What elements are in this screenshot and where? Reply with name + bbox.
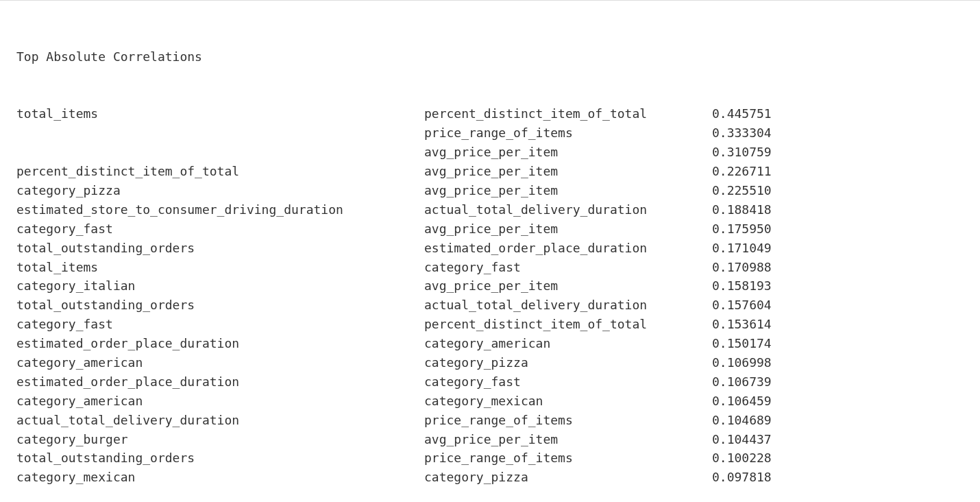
table-row: estimated_order_place_durationcategory_a… [16,334,964,353]
correlation-value: 0.097818 [712,468,772,487]
feature-1 [16,123,424,143]
feature-1: total_outstanding_orders [16,296,424,315]
table-row: total_itemspercent_distinct_item_of_tota… [16,104,964,123]
feature-2: price_range_of_items [424,411,712,430]
correlation-value: 0.175950 [712,219,772,239]
feature-2: actual_total_delivery_duration [424,200,712,219]
correlation-value: 0.188418 [712,200,772,219]
correlation-value: 0.310759 [712,143,772,162]
feature-1: percent_distinct_item_of_total [16,162,424,181]
table-row: category_italianavg_price_per_item0.1581… [16,276,964,296]
table-row: category_pizzaavg_price_per_item0.225510 [16,181,964,200]
feature-2: percent_distinct_item_of_total [424,315,712,334]
table-row: estimated_store_to_consumer_driving_dura… [16,200,964,219]
feature-1: category_fast [16,219,424,239]
correlation-value: 0.153614 [712,315,772,334]
feature-2: avg_price_per_item [424,181,712,200]
correlation-table: total_itemspercent_distinct_item_of_tota… [16,104,964,487]
feature-2: avg_price_per_item [424,219,712,239]
correlation-value: 0.158193 [712,276,772,296]
feature-1: estimated_order_place_duration [16,334,424,353]
table-row: category_americancategory_pizza0.106998 [16,353,964,372]
feature-1: actual_total_delivery_duration [16,411,424,430]
table-row: actual_total_delivery_durationprice_rang… [16,411,964,430]
feature-2: avg_price_per_item [424,430,712,449]
feature-2: avg_price_per_item [424,276,712,296]
correlation-value: 0.100228 [712,449,772,468]
feature-1: total_outstanding_orders [16,239,424,258]
feature-2: actual_total_delivery_duration [424,296,712,315]
table-row: category_fastavg_price_per_item0.175950 [16,219,964,239]
table-row: total_itemscategory_fast0.170988 [16,258,964,277]
feature-2: avg_price_per_item [424,143,712,162]
feature-1: total_items [16,258,424,277]
correlation-value: 0.170988 [712,258,772,277]
feature-2: price_range_of_items [424,123,712,143]
table-row: category_mexicancategory_pizza0.097818 [16,468,964,487]
correlation-value: 0.333304 [712,123,772,143]
feature-1: estimated_store_to_consumer_driving_dura… [16,200,424,219]
correlation-value: 0.445751 [712,104,772,123]
table-row: total_outstanding_ordersestimated_order_… [16,239,964,258]
table-row: total_outstanding_ordersprice_range_of_i… [16,449,964,468]
output-title: Top Absolute Correlations [16,47,964,67]
table-row: percent_distinct_item_of_totalavg_price_… [16,162,964,181]
feature-2: percent_distinct_item_of_total [424,104,712,123]
feature-1: category_burger [16,430,424,449]
feature-2: estimated_order_place_duration [424,239,712,258]
correlation-value: 0.150174 [712,334,772,353]
table-row: category_americancategory_mexican0.10645… [16,392,964,411]
correlation-value: 0.157604 [712,296,772,315]
feature-1: category_mexican [16,468,424,487]
correlation-value: 0.106739 [712,372,772,392]
feature-2: category_american [424,334,712,353]
feature-2: category_pizza [424,353,712,372]
feature-2: avg_price_per_item [424,162,712,181]
table-row: category_burgeravg_price_per_item0.10443… [16,430,964,449]
feature-1: total_items [16,104,424,123]
correlation-value: 0.104437 [712,430,772,449]
output-cell: Top Absolute Correlations total_itemsper… [16,9,964,502]
correlation-value: 0.106459 [712,392,772,411]
feature-2: category_fast [424,372,712,392]
correlation-value: 0.106998 [712,353,772,372]
feature-1: category_pizza [16,181,424,200]
correlation-value: 0.171049 [712,239,772,258]
feature-1: category_italian [16,276,424,296]
feature-2: category_mexican [424,392,712,411]
feature-1: estimated_order_place_duration [16,372,424,392]
feature-2: price_range_of_items [424,449,712,468]
table-row: estimated_order_place_durationcategory_f… [16,372,964,392]
feature-2: category_pizza [424,468,712,487]
correlation-value: 0.226711 [712,162,772,181]
table-row: total_outstanding_ordersactual_total_del… [16,296,964,315]
feature-1: total_outstanding_orders [16,449,424,468]
table-row: price_range_of_items0.333304 [16,123,964,143]
table-row: avg_price_per_item0.310759 [16,143,964,162]
correlation-value: 0.225510 [712,181,772,200]
table-row: category_fastpercent_distinct_item_of_to… [16,315,964,334]
feature-1: category_fast [16,315,424,334]
feature-1: category_american [16,392,424,411]
correlation-value: 0.104689 [712,411,772,430]
feature-1: category_american [16,353,424,372]
feature-2: category_fast [424,258,712,277]
feature-1 [16,143,424,162]
